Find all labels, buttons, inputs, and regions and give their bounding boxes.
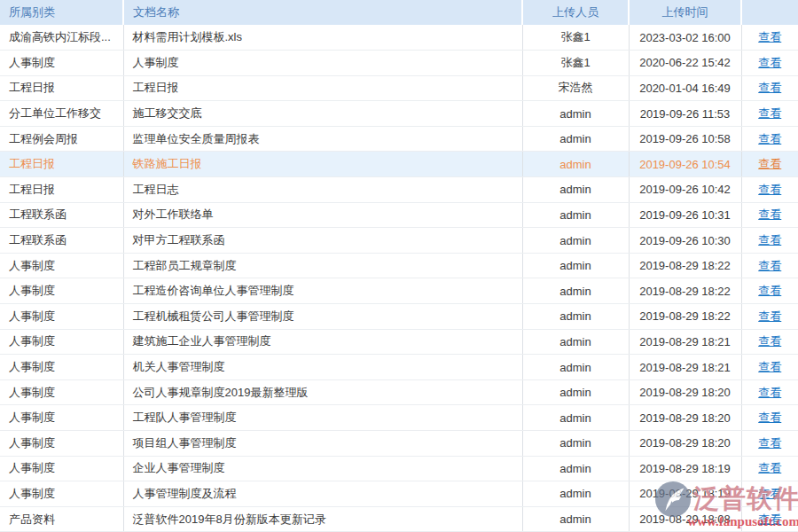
cell-actions: 查看 [741, 25, 798, 51]
cell-actions: 查看 [741, 126, 798, 152]
cell-upload-time: 2020-01-04 16:49 [629, 75, 741, 101]
cell-doc-name: 工程日志 [123, 177, 522, 203]
cell-upload-time: 2019-08-29 18:20 [629, 405, 741, 431]
view-link[interactable]: 查看 [758, 183, 781, 196]
table-row: 工程联系函 对外工作联络单 admin 2019-09-26 10:31 查看 [0, 202, 798, 228]
cell-doc-name: 人事管理制度及流程 [123, 481, 522, 507]
cell-actions: 查看 [741, 75, 798, 101]
cell-doc-name: 人事制度 [123, 51, 522, 76]
cell-actions: 查看 [741, 355, 798, 380]
view-link[interactable]: 查看 [758, 436, 781, 450]
table-row: 人事制度 企业人事管理制度 admin 2019-08-29 18:19 查看 [0, 456, 798, 481]
table-row: 人事制度 人事制度 张鑫1 2020-06-22 15:42 查看 [0, 51, 798, 76]
cell-upload-time: 2019-08-29 18:20 [629, 379, 741, 405]
cell-category: 成渝高铁内江标段... [0, 25, 123, 51]
cell-doc-name: 施工移交交底 [123, 101, 522, 127]
cell-upload-time: 2019-08-29 18:21 [629, 329, 741, 355]
cell-actions: 查看 [741, 228, 798, 254]
cell-upload-time: 2019-08-29 18:08 [629, 506, 741, 532]
cell-doc-name: 材料需用计划模板.xls [123, 25, 522, 51]
cell-actions: 查看 [741, 405, 798, 431]
view-link[interactable]: 查看 [758, 259, 781, 272]
cell-upload-time: 2019-09-26 10:42 [629, 177, 741, 203]
cell-upload-time: 2019-09-26 11:53 [629, 101, 741, 127]
cell-doc-name: 项目组人事管理制度 [123, 431, 522, 457]
table-row: 人事制度 公司人事规章制度2019最新整理版 admin 2019-08-29 … [0, 379, 798, 405]
cell-actions: 查看 [741, 304, 798, 330]
view-link[interactable]: 查看 [758, 106, 781, 120]
cell-actions: 查看 [741, 152, 798, 177]
cell-category: 工程日报 [0, 75, 123, 101]
cell-upload-time: 2019-09-26 10:30 [629, 228, 741, 254]
cell-uploader: admin [522, 152, 629, 177]
view-link[interactable]: 查看 [758, 233, 781, 246]
cell-category: 人事制度 [0, 405, 123, 431]
table-row: 分工单位工作移交 施工移交交底 admin 2019-09-26 11:53 查… [0, 101, 798, 127]
table-row: 人事制度 人事管理制度及流程 admin 2019-08-29 18:19 查看 [0, 481, 798, 507]
cell-category: 人事制度 [0, 51, 123, 76]
cell-uploader: admin [522, 126, 629, 152]
cell-uploader: admin [522, 456, 629, 481]
documents-table: 所属别类 文档名称 上传人员 上传时间 成渝高铁内江标段... 材料需用计划模板… [0, 0, 798, 532]
cell-doc-name: 工程队人事管理制度 [123, 405, 522, 431]
table-row: 产品资料 泛普软件2019年8月份新版本更新记录 admin 2019-08-2… [0, 506, 798, 532]
cell-actions: 查看 [741, 101, 798, 127]
cell-upload-time: 2019-09-26 10:31 [629, 202, 741, 228]
cell-uploader: admin [522, 329, 629, 355]
view-link[interactable]: 查看 [758, 207, 781, 221]
view-link[interactable]: 查看 [758, 30, 781, 43]
cell-actions: 查看 [741, 506, 798, 532]
cell-upload-time: 2019-08-29 18:21 [629, 355, 741, 380]
cell-uploader: admin [522, 481, 629, 507]
table-row: 人事制度 工程机械租赁公司人事管理制度 admin 2019-08-29 18:… [0, 304, 798, 330]
view-link[interactable]: 查看 [758, 512, 781, 526]
table-row: 人事制度 机关人事管理制度 admin 2019-08-29 18:21 查看 [0, 355, 798, 380]
view-link[interactable]: 查看 [758, 334, 781, 348]
cell-doc-name: 公司人事规章制度2019最新整理版 [123, 379, 522, 405]
cell-doc-name: 工程部员工规章制度 [123, 253, 522, 278]
cell-actions: 查看 [741, 481, 798, 507]
table-row: 人事制度 项目组人事管理制度 admin 2019-08-29 18:20 查看 [0, 431, 798, 457]
view-link[interactable]: 查看 [758, 360, 781, 373]
table-row: 人事制度 工程造价咨询单位人事管理制度 admin 2019-08-29 18:… [0, 278, 798, 304]
table-row: 工程日报 工程日志 admin 2019-09-26 10:42 查看 [0, 177, 798, 203]
header-actions [741, 0, 798, 25]
cell-category: 人事制度 [0, 329, 123, 355]
view-link[interactable]: 查看 [758, 386, 781, 399]
table-row: 工程联系函 对甲方工程联系函 admin 2019-09-26 10:30 查看 [0, 228, 798, 254]
cell-category: 分工单位工作移交 [0, 101, 123, 127]
view-link[interactable]: 查看 [758, 81, 781, 94]
view-link[interactable]: 查看 [758, 461, 781, 474]
cell-upload-time: 2019-09-26 10:58 [629, 126, 741, 152]
view-link[interactable]: 查看 [758, 132, 781, 145]
cell-category: 人事制度 [0, 379, 123, 405]
cell-category: 工程联系函 [0, 202, 123, 228]
cell-upload-time: 2019-09-26 10:54 [629, 152, 741, 177]
cell-doc-name: 对外工作联络单 [123, 202, 522, 228]
cell-doc-name: 泛普软件2019年8月份新版本更新记录 [123, 506, 522, 532]
table-row: 工程日报 铁路施工日报 admin 2019-09-26 10:54 查看 [0, 152, 798, 177]
cell-category: 人事制度 [0, 278, 123, 304]
cell-upload-time: 2019-08-29 18:19 [629, 456, 741, 481]
cell-doc-name: 铁路施工日报 [123, 152, 522, 177]
cell-uploader: 张鑫1 [522, 51, 629, 76]
view-link[interactable]: 查看 [758, 56, 781, 69]
view-link[interactable]: 查看 [758, 284, 781, 297]
cell-doc-name: 对甲方工程联系函 [123, 228, 522, 254]
header-category: 所属别类 [0, 0, 123, 25]
cell-uploader: admin [522, 177, 629, 203]
table-row: 人事制度 工程队人事管理制度 admin 2019-08-29 18:20 查看 [0, 405, 798, 431]
cell-actions: 查看 [741, 51, 798, 76]
cell-uploader: admin [522, 202, 629, 228]
cell-upload-time: 2023-03-02 16:00 [629, 25, 741, 51]
cell-category: 人事制度 [0, 253, 123, 278]
view-link[interactable]: 查看 [758, 157, 781, 170]
view-link[interactable]: 查看 [758, 309, 781, 323]
cell-uploader: admin [522, 278, 629, 304]
view-link[interactable]: 查看 [758, 411, 781, 424]
cell-doc-name: 工程造价咨询单位人事管理制度 [123, 278, 522, 304]
cell-doc-name: 机关人事管理制度 [123, 355, 522, 380]
cell-uploader: admin [522, 355, 629, 380]
view-link[interactable]: 查看 [758, 487, 781, 500]
table-row: 人事制度 建筑施工企业人事管理制度 admin 2019-08-29 18:21… [0, 329, 798, 355]
